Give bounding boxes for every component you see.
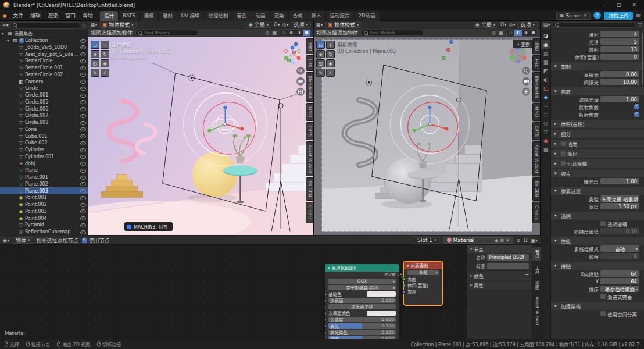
property-text[interactable]: 拼贴	[561, 262, 571, 269]
outliner-row[interactable]: Plane	[0, 167, 88, 174]
object-name[interactable]: Point.004	[25, 216, 47, 221]
property-text[interactable]: 体积(卷积)	[561, 120, 585, 127]
visibility-eye-icon[interactable]	[80, 230, 86, 234]
visibility-eye-icon[interactable]	[80, 161, 86, 166]
sidebar-tab[interactable]: BY-GEN	[306, 177, 313, 201]
wireframe-shading-icon[interactable]: ○	[280, 30, 288, 36]
visibility-eye-icon[interactable]	[80, 113, 86, 118]
orientation-dropdown[interactable]: ◉全局▾	[473, 22, 499, 28]
shader-menu[interactable]: 选择	[47, 238, 58, 244]
options-dropdown[interactable]: 选项▾	[291, 22, 311, 28]
viewport-menu[interactable]: 选择	[327, 30, 337, 36]
workspace-tab[interactable]: 合成	[289, 11, 307, 21]
visibility-eye-icon[interactable]	[80, 134, 86, 138]
fake-user-shield-icon[interactable]: ◈	[495, 238, 498, 243]
mode-dropdown[interactable]: ▣物体模式▾	[325, 22, 362, 28]
editor-type-icon[interactable]: ▦▾	[316, 22, 323, 27]
property-text[interactable]: 毛发	[567, 140, 577, 147]
object-name[interactable]: Cube.001	[25, 134, 47, 139]
options-dropdown[interactable]: 选项▾	[517, 22, 538, 28]
viewport-menu[interactable]: 视图	[91, 30, 101, 36]
property-checkbox[interactable]	[561, 151, 566, 156]
outliner-row[interactable]: Plane.001	[0, 174, 88, 181]
viewport-menu[interactable]: 添加	[112, 30, 122, 36]
node-field[interactable]: 次表面颜色	[367, 311, 396, 316]
proportional-edit-icon[interactable]: ◎▾	[282, 22, 288, 27]
object-name[interactable]: Circle.007	[25, 113, 48, 118]
outliner-row[interactable]: Circle.005	[0, 99, 88, 106]
property-text[interactable]: 运动模糊	[567, 160, 587, 167]
close-button[interactable]: ✕	[627, 0, 642, 10]
shader-menu[interactable]: 视图	[37, 238, 47, 244]
rendered-shading-icon[interactable]: ●	[529, 30, 537, 36]
workspace-tab[interactable]: 设计	[100, 11, 119, 21]
object-name[interactable]: Cylinder.001	[25, 154, 54, 159]
transform-tool[interactable]: ◈	[326, 59, 335, 67]
material-shading-icon[interactable]: ◑	[522, 30, 529, 36]
visibility-eye-icon[interactable]	[80, 168, 86, 173]
property-value-field[interactable]: 1.50 px	[600, 203, 639, 209]
outliner-row[interactable]: Collection	[0, 37, 88, 44]
object-name[interactable]: Plane.001	[25, 174, 48, 180]
workspace-tab[interactable]: 运动跟踪	[326, 11, 355, 21]
object-name[interactable]: Circle	[25, 86, 38, 91]
property-text[interactable]: 渐进式完善	[607, 293, 632, 300]
menu-item[interactable]: 窗口	[62, 13, 79, 19]
workspace-tab[interactable]: UV 编辑	[177, 11, 205, 21]
input-socket[interactable]	[324, 293, 327, 296]
3d-scene-rendered[interactable]	[88, 37, 313, 235]
shader-menu[interactable]: 添加	[58, 238, 68, 244]
expand-icon[interactable]	[7, 38, 11, 43]
visibility-eye-icon[interactable]	[80, 188, 86, 193]
slot-dropdown[interactable]: Slot 1▾	[414, 237, 439, 244]
object-name[interactable]: Aset_clay_pot_S_udeja/fjw_LC	[25, 52, 79, 57]
editor-type-icon[interactable]: ≡▾	[2, 23, 9, 28]
sidebar-tab[interactable]: Create	[532, 202, 540, 223]
editor-type-icon[interactable]: ▤▾	[543, 22, 550, 27]
outliner-row[interactable]: Circle.001	[0, 92, 88, 99]
panel-caret-icon[interactable]	[554, 263, 559, 268]
node-input-row[interactable]: 次表面 次表面0.000	[325, 297, 399, 304]
visibility-eye-icon[interactable]	[80, 72, 86, 77]
input-socket[interactable]	[324, 305, 327, 309]
n-panel-tab[interactable]: 节点	[532, 247, 541, 261]
outliner-row[interactable]: Cube.001	[0, 133, 88, 140]
outliner-row[interactable]: ReflectionCubemap	[0, 229, 88, 236]
viewport-menu[interactable]: 物体	[122, 30, 133, 36]
mode-dropdown[interactable]: ▣物体模式▾	[100, 22, 137, 28]
material-name-field[interactable]: Material ◈ ⊞ ✕	[443, 237, 513, 244]
panel-caret-icon[interactable]	[554, 89, 559, 94]
property-text[interactable]: 加速架构	[561, 302, 581, 309]
sidebar-tab[interactable]: 工具	[532, 55, 540, 71]
properties-tab[interactable]	[541, 145, 550, 154]
object-name[interactable]: Circle.001	[25, 92, 48, 98]
object-name[interactable]: Cylinder	[25, 147, 44, 152]
property-value-field[interactable]: 希尔伯特螺旋	[600, 286, 639, 292]
properties-tab[interactable]	[541, 66, 550, 75]
filter-icon[interactable]: ▽	[638, 22, 642, 27]
property-text[interactable]: 透明玻璃	[607, 220, 627, 227]
node-panel-header[interactable]: ▾节点	[467, 245, 532, 253]
property-text[interactable]: 胶片	[561, 170, 571, 177]
input-socket[interactable]	[324, 325, 327, 328]
properties-tab[interactable]	[541, 119, 550, 127]
object-name[interactable]: Point.001	[25, 195, 47, 200]
orientation-dropdown[interactable]: ◉全局▾	[246, 22, 272, 28]
upload-button[interactable]: 拖拽上传	[604, 12, 633, 20]
visibility-eye-icon[interactable]	[80, 66, 86, 70]
object-name[interactable]: Camera	[25, 79, 43, 84]
select-box-tool[interactable]: ⊡	[316, 41, 325, 49]
visibility-eye-icon[interactable]	[80, 202, 86, 207]
object-name[interactable]: 场景集合	[14, 30, 33, 37]
outliner-row[interactable]: Cylinder.001	[0, 154, 88, 161]
node-input-row[interactable]: 高光 高光0.500	[325, 323, 399, 329]
viewport-menu[interactable]: 选择	[101, 30, 112, 36]
object-name[interactable]: Point.002	[25, 202, 47, 207]
object-name[interactable]: Cube.002	[25, 140, 47, 145]
blenderkit-search[interactable]	[135, 30, 198, 36]
snap-magnet-icon[interactable]: Ω▾	[500, 22, 506, 27]
sidebar-tab[interactable]: 工具	[306, 55, 313, 71]
node-input-row[interactable]: 高光染色 高光染色0.000	[325, 329, 399, 336]
outliner-row[interactable]: Point.001	[0, 194, 88, 201]
unlink-material-icon[interactable]: ✕	[506, 238, 510, 243]
